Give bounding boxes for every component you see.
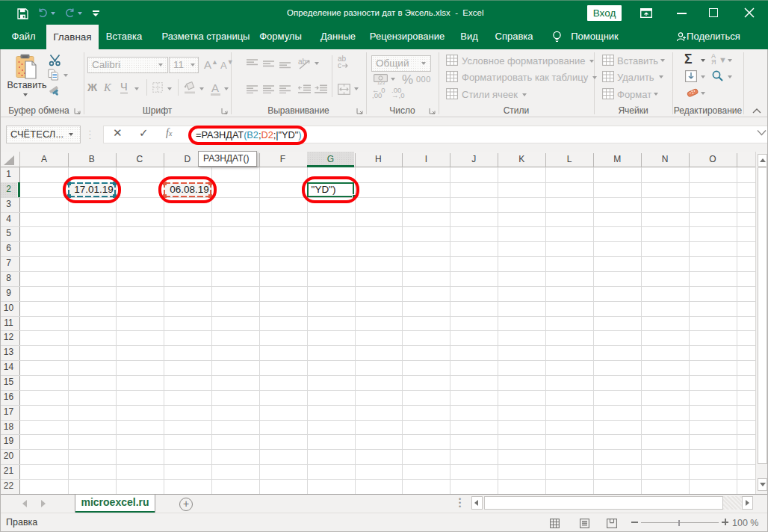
svg-text:c: c (338, 61, 341, 69)
svg-text:123: 123 (377, 81, 385, 85)
svg-text:ab: ab (298, 58, 307, 66)
